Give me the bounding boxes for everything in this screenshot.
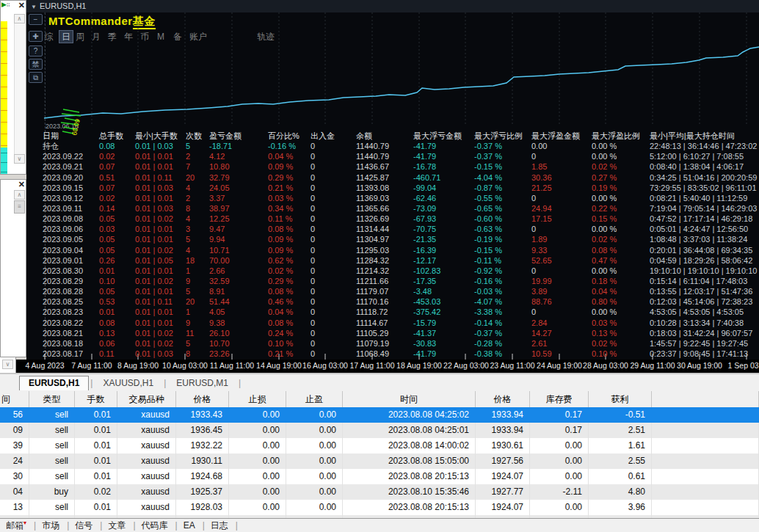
trade-row-0[interactable]: 56sell0.01xauusd1933.430.000.002023.08.0… (0, 407, 759, 423)
trade-cell-r3-c2: 0.01 (75, 453, 117, 469)
stats-cell-r11-c11: 0.47 % (592, 255, 650, 266)
stats-cell-r3-c7: 11425.87 (356, 172, 413, 183)
trade-row-4[interactable]: 30sell0.01xauusd1924.680.000.002023.08.0… (0, 469, 759, 484)
stats-cell-r7-c9: -0.60 % (474, 214, 531, 224)
dropdown-triangle-icon[interactable]: ▼ (31, 4, 37, 10)
stats-cell-r10-c0: 2023.09.04 (43, 245, 99, 255)
stats-cell-r2-c10: 1.85 (531, 161, 592, 172)
trade-header-11[interactable] (652, 391, 759, 407)
trade-header-7[interactable]: 时间 (343, 391, 476, 407)
stats-cell-r18-c2: 0.01 | 0.02 (135, 328, 186, 338)
trade-header-5[interactable]: 止损 (229, 391, 286, 407)
trade-cell-r0-c1: sell (29, 407, 75, 423)
trade-header-8[interactable]: 价格 (476, 391, 530, 407)
stats-cell-r14-c7: 11179.07 (356, 286, 413, 296)
stats-cell-r13-c1: 0.10 (99, 276, 135, 286)
status-item-0[interactable]: 邮箱▾ (0, 520, 34, 532)
stats-cell-r15-c7: 11170.16 (356, 296, 413, 307)
trade-header-6[interactable]: 止盈 (286, 391, 343, 407)
trade-cell-r5-c5: 0.00 (229, 484, 286, 500)
trade-cell-r0-c8: 1933.94 (476, 407, 530, 423)
stats-cell-r17-c12: 0:10:28 | 3:13:34 | 7:40:38 (650, 318, 757, 328)
trade-row-1[interactable]: 09sell0.01xauusd1936.450.000.002023.08.0… (0, 423, 759, 438)
scrollbar-handle[interactable]: ≡ (14, 200, 25, 214)
trade-table-header: 间类型手数交易品种价格止损止盈时间价格库存费获利 (0, 391, 759, 408)
scroll-down-icon[interactable]: ∨ (2, 360, 13, 369)
stats-cell-r2-c0: 2023.09.21 (43, 161, 99, 172)
trade-header-4[interactable]: 价格 (176, 391, 229, 407)
stats-cell-r0-c0: 持仓 (43, 141, 99, 151)
tab-eurusd-m1[interactable]: EURUSD,M1 (167, 376, 237, 390)
stats-cell-r11-c6: 0 (310, 255, 356, 266)
stats-cell-r13-c7: 11211.66 (356, 276, 413, 286)
stats-cell-r10-c12: 0:20:01 | 36:44:08 | 69:34:35 (650, 245, 757, 255)
tab-xauusd-h1[interactable]: XAUUSD,H1 (94, 376, 162, 390)
toolbar-fragment-icons: ▶⁞⁞ (1, 1, 10, 8)
stats-cell-r16-c10: 0 (531, 307, 592, 317)
trade-cell-r0-c0: 56 (0, 407, 29, 423)
stats-cell-r16-c1: 0.01 (99, 307, 135, 317)
tab-eurusd-h1[interactable]: EURUSD,H1 (19, 376, 89, 390)
stats-cell-r13-c5: 0.29 % (268, 276, 310, 286)
trade-row-6[interactable]: 13sell0.01xauusd1928.030.000.002023.08.0… (0, 500, 759, 515)
stats-cell-r20-c6: 0 (310, 349, 356, 359)
trade-cell-r2-c11 (652, 438, 759, 453)
stats-cell-r4-c0: 2023.09.15 (43, 183, 99, 193)
trade-row-2[interactable]: 39sell0.01xauusd1932.220.000.002023.08.0… (0, 438, 759, 453)
stats-cell-r17-c9: -0.14 % (474, 318, 531, 328)
stats-cell-r14-c5: 0.08 % (268, 286, 310, 296)
stats-cell-r6-c1: 0.14 (99, 203, 135, 214)
stats-cell-r5-c4: 3.37 (209, 193, 268, 203)
trade-header-10[interactable]: 获利 (589, 391, 652, 407)
trade-cell-r5-c11 (652, 484, 759, 500)
stats-cell-r15-c2: 0.01 | 0.11 (135, 296, 186, 307)
stats-cell-r14-c12: 0:13:55 | 12:03:17 | 51:47:36 (650, 286, 757, 296)
trade-cell-r4-c2: 0.01 (75, 469, 117, 484)
stats-cell-r10-c1: 0.05 (99, 245, 135, 255)
stats-cell-r6-c11: 0.22 % (592, 203, 650, 214)
close-icon[interactable]: ✕ (18, 180, 25, 189)
scrollbar-track[interactable] (14, 23, 26, 154)
stats-cell-r5-c3: 2 (186, 193, 209, 203)
scroll-up-icon[interactable]: ∧ (14, 190, 25, 200)
trade-header-0[interactable]: 间 (0, 391, 29, 407)
stats-cell-r0-c8: -41.79 (413, 141, 474, 151)
time-axis[interactable]: 4 Aug 20237 Aug 11:008 Aug 19:0010 Aug 0… (16, 360, 759, 373)
stats-cell-r5-c2: 0.01 | 0.01 (135, 193, 186, 203)
trade-cell-r1-c8: 1933.94 (476, 423, 530, 438)
stats-cell-r0-c10: 0.00 (531, 141, 592, 151)
status-item-4[interactable]: 代码库 (136, 520, 175, 532)
stats-cell-r4-c12: 73:29:55 | 83:35:02 | 96:11:01 (650, 183, 757, 193)
scroll-down-icon[interactable]: ∨ (14, 154, 25, 164)
close-icon[interactable]: ✕ (18, 1, 25, 10)
trade-table: 间类型手数交易品种价格止损止盈时间价格库存费获利 56sell0.01xauus… (0, 391, 759, 408)
status-item-3[interactable]: 文章 (102, 520, 133, 532)
stats-cell-r12-c1: 0.01 (99, 266, 135, 276)
stats-cell-r20-c7: 11068.49 (356, 349, 413, 359)
stats-cell-r7-c2: 0.01 | 0.02 (135, 214, 186, 224)
trade-cell-r2-c10: 1.61 (589, 438, 652, 453)
trade-row-3[interactable]: 24sell0.01xauusd1930.110.000.002023.08.0… (0, 453, 759, 469)
stats-cell-r11-c0: 2023.09.01 (43, 255, 99, 266)
trade-header-1[interactable]: 类型 (29, 391, 75, 407)
trade-cell-r5-c0: 04 (0, 484, 29, 500)
stats-cell-r15-c8: -453.03 (413, 296, 474, 307)
status-item-5[interactable]: EA (178, 520, 203, 531)
stats-cell-r11-c7: 11284.32 (356, 255, 413, 266)
stats-cell-r11-c4: 70.00 (209, 255, 268, 266)
status-item-6[interactable]: 日志 (205, 520, 236, 532)
stats-cell-r17-c2: 0.01 | 0.01 (135, 318, 186, 328)
stats-cell-r9-c7: 11304.97 (356, 234, 413, 244)
trade-cell-r3-c4: 1930.11 (176, 453, 229, 469)
trade-header-9[interactable]: 库存费 (530, 391, 589, 407)
trade-row-5[interactable]: 04buy0.02xauusd1925.370.000.002023.08.10… (0, 484, 759, 500)
scrollbar-track[interactable] (14, 200, 26, 343)
status-bar: 邮箱▾|市场|信号|文章|代码库|EA|日志| (0, 518, 759, 532)
trade-header-3[interactable]: 交易品种 (117, 391, 176, 407)
trade-cell-r4-c11 (652, 469, 759, 484)
trade-header-2[interactable]: 手数 (75, 391, 117, 407)
status-item-2[interactable]: 信号 (69, 520, 100, 532)
scroll-up-icon[interactable]: ∧ (14, 14, 25, 23)
status-item-1[interactable]: 市场 (36, 520, 67, 532)
stats-cell-r12-c8: -102.83 (413, 266, 474, 276)
